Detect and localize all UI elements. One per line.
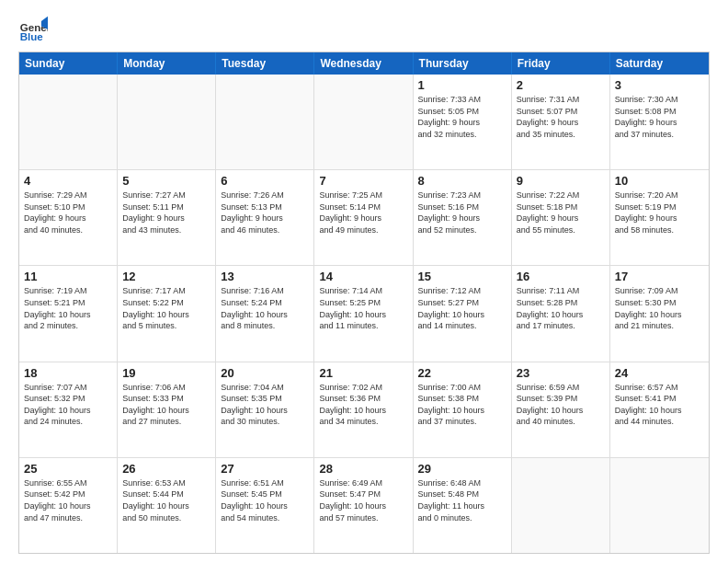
day-number: 3: [615, 78, 704, 92]
day-number: 11: [24, 270, 112, 283]
day-info: Sunrise: 7:00 AM Sunset: 5:38 PM Dayligh…: [418, 382, 506, 428]
day-number: 9: [517, 174, 605, 188]
day-info: Sunrise: 6:57 AM Sunset: 5:41 PM Dayligh…: [615, 382, 704, 428]
day-info: Sunrise: 7:02 AM Sunset: 5:36 PM Dayligh…: [319, 382, 407, 428]
header: General Blue: [18, 15, 710, 44]
day-info: Sunrise: 7:25 AM Sunset: 5:14 PM Dayligh…: [319, 190, 407, 236]
day-info: Sunrise: 7:06 AM Sunset: 5:33 PM Dayligh…: [122, 382, 210, 428]
page: General Blue SundayMondayTuesdayWednesda…: [0, 0, 728, 563]
day-number: 15: [418, 270, 506, 283]
day-info: Sunrise: 6:49 AM Sunset: 5:47 PM Dayligh…: [319, 477, 407, 523]
day-info: Sunrise: 7:11 AM Sunset: 5:28 PM Dayligh…: [517, 285, 605, 331]
calendar-cell: [216, 75, 314, 169]
day-info: Sunrise: 6:59 AM Sunset: 5:39 PM Dayligh…: [517, 382, 605, 428]
day-number: 27: [221, 462, 309, 476]
calendar-cell: 12Sunrise: 7:17 AM Sunset: 5:22 PM Dayli…: [118, 266, 216, 361]
day-info: Sunrise: 7:14 AM Sunset: 5:25 PM Dayligh…: [319, 285, 407, 331]
calendar-header-cell: Sunday: [19, 52, 118, 75]
calendar-header: SundayMondayTuesdayWednesdayThursdayFrid…: [19, 52, 709, 75]
day-number: 19: [122, 366, 210, 380]
calendar-cell: [610, 458, 709, 553]
day-info: Sunrise: 7:16 AM Sunset: 5:24 PM Dayligh…: [221, 285, 309, 331]
calendar-cell: 19Sunrise: 7:06 AM Sunset: 5:33 PM Dayli…: [118, 362, 216, 457]
day-info: Sunrise: 6:48 AM Sunset: 5:48 PM Dayligh…: [418, 477, 506, 523]
calendar-cell: 16Sunrise: 7:11 AM Sunset: 5:28 PM Dayli…: [512, 266, 610, 361]
calendar-cell: 28Sunrise: 6:49 AM Sunset: 5:47 PM Dayli…: [314, 458, 413, 553]
calendar-cell: 27Sunrise: 6:51 AM Sunset: 5:45 PM Dayli…: [216, 458, 314, 553]
day-info: Sunrise: 6:53 AM Sunset: 5:44 PM Dayligh…: [122, 477, 210, 523]
calendar-cell: 20Sunrise: 7:04 AM Sunset: 5:35 PM Dayli…: [216, 362, 314, 457]
calendar-cell: [314, 75, 413, 169]
day-info: Sunrise: 7:22 AM Sunset: 5:18 PM Dayligh…: [517, 190, 605, 236]
day-info: Sunrise: 7:12 AM Sunset: 5:27 PM Dayligh…: [418, 285, 506, 331]
day-number: 29: [418, 462, 506, 476]
calendar-cell: 21Sunrise: 7:02 AM Sunset: 5:36 PM Dayli…: [314, 362, 413, 457]
calendar-header-cell: Saturday: [610, 52, 709, 75]
calendar-row: 18Sunrise: 7:07 AM Sunset: 5:32 PM Dayli…: [19, 362, 709, 458]
calendar-cell: 11Sunrise: 7:19 AM Sunset: 5:21 PM Dayli…: [19, 266, 118, 361]
day-number: 12: [122, 270, 210, 283]
day-number: 8: [418, 174, 506, 188]
calendar-cell: 17Sunrise: 7:09 AM Sunset: 5:30 PM Dayli…: [610, 266, 709, 361]
day-number: 23: [517, 366, 605, 380]
calendar-row: 25Sunrise: 6:55 AM Sunset: 5:42 PM Dayli…: [19, 458, 709, 553]
day-number: 22: [418, 366, 506, 380]
day-info: Sunrise: 7:20 AM Sunset: 5:19 PM Dayligh…: [615, 190, 704, 236]
calendar-cell: 5Sunrise: 7:27 AM Sunset: 5:11 PM Daylig…: [118, 170, 216, 265]
calendar-cell: 1Sunrise: 7:33 AM Sunset: 5:05 PM Daylig…: [414, 75, 512, 169]
day-info: Sunrise: 7:04 AM Sunset: 5:35 PM Dayligh…: [221, 382, 309, 428]
calendar-cell: 10Sunrise: 7:20 AM Sunset: 5:19 PM Dayli…: [610, 170, 709, 265]
day-number: 16: [517, 270, 605, 283]
calendar-cell: 18Sunrise: 7:07 AM Sunset: 5:32 PM Dayli…: [19, 362, 118, 457]
calendar-header-cell: Thursday: [414, 52, 512, 75]
calendar-header-cell: Monday: [118, 52, 216, 75]
calendar-cell: 2Sunrise: 7:31 AM Sunset: 5:07 PM Daylig…: [512, 75, 610, 169]
calendar-header-cell: Tuesday: [216, 52, 314, 75]
calendar-cell: 6Sunrise: 7:26 AM Sunset: 5:13 PM Daylig…: [216, 170, 314, 265]
calendar-cell: 3Sunrise: 7:30 AM Sunset: 5:08 PM Daylig…: [610, 75, 709, 169]
day-number: 1: [418, 78, 506, 92]
logo: General Blue: [18, 15, 51, 44]
day-number: 5: [122, 174, 210, 188]
logo-icon: General Blue: [18, 15, 48, 44]
calendar-cell: 25Sunrise: 6:55 AM Sunset: 5:42 PM Dayli…: [19, 458, 118, 553]
day-info: Sunrise: 7:27 AM Sunset: 5:11 PM Dayligh…: [122, 190, 210, 236]
calendar-header-cell: Friday: [512, 52, 610, 75]
day-number: 14: [319, 270, 407, 283]
day-info: Sunrise: 7:33 AM Sunset: 5:05 PM Dayligh…: [418, 94, 506, 140]
calendar-cell: 7Sunrise: 7:25 AM Sunset: 5:14 PM Daylig…: [314, 170, 413, 265]
calendar: SundayMondayTuesdayWednesdayThursdayFrid…: [18, 52, 710, 554]
day-info: Sunrise: 7:29 AM Sunset: 5:10 PM Dayligh…: [24, 190, 112, 236]
calendar-cell: 15Sunrise: 7:12 AM Sunset: 5:27 PM Dayli…: [414, 266, 512, 361]
day-info: Sunrise: 7:26 AM Sunset: 5:13 PM Dayligh…: [221, 190, 309, 236]
day-number: 26: [122, 462, 210, 476]
day-number: 4: [24, 174, 112, 188]
day-number: 24: [615, 366, 704, 380]
day-number: 2: [517, 78, 605, 92]
calendar-body: 1Sunrise: 7:33 AM Sunset: 5:05 PM Daylig…: [19, 75, 709, 553]
day-info: Sunrise: 7:31 AM Sunset: 5:07 PM Dayligh…: [517, 94, 605, 140]
calendar-cell: 9Sunrise: 7:22 AM Sunset: 5:18 PM Daylig…: [512, 170, 610, 265]
calendar-row: 4Sunrise: 7:29 AM Sunset: 5:10 PM Daylig…: [19, 170, 709, 266]
day-number: 13: [221, 270, 309, 283]
day-info: Sunrise: 7:09 AM Sunset: 5:30 PM Dayligh…: [615, 285, 704, 331]
day-number: 20: [221, 366, 309, 380]
calendar-cell: 4Sunrise: 7:29 AM Sunset: 5:10 PM Daylig…: [19, 170, 118, 265]
calendar-cell: [512, 458, 610, 553]
calendar-cell: 14Sunrise: 7:14 AM Sunset: 5:25 PM Dayli…: [314, 266, 413, 361]
day-number: 17: [615, 270, 704, 283]
day-number: 21: [319, 366, 407, 380]
day-info: Sunrise: 7:07 AM Sunset: 5:32 PM Dayligh…: [24, 382, 112, 428]
day-number: 7: [319, 174, 407, 188]
day-info: Sunrise: 7:30 AM Sunset: 5:08 PM Dayligh…: [615, 94, 704, 140]
calendar-cell: 23Sunrise: 6:59 AM Sunset: 5:39 PM Dayli…: [512, 362, 610, 457]
calendar-cell: 26Sunrise: 6:53 AM Sunset: 5:44 PM Dayli…: [118, 458, 216, 553]
day-number: 25: [24, 462, 112, 476]
svg-text:Blue: Blue: [20, 31, 44, 42]
day-info: Sunrise: 7:17 AM Sunset: 5:22 PM Dayligh…: [122, 285, 210, 331]
calendar-cell: 13Sunrise: 7:16 AM Sunset: 5:24 PM Dayli…: [216, 266, 314, 361]
calendar-header-cell: Wednesday: [314, 52, 413, 75]
day-number: 10: [615, 174, 704, 188]
day-info: Sunrise: 7:23 AM Sunset: 5:16 PM Dayligh…: [418, 190, 506, 236]
day-number: 18: [24, 366, 112, 380]
